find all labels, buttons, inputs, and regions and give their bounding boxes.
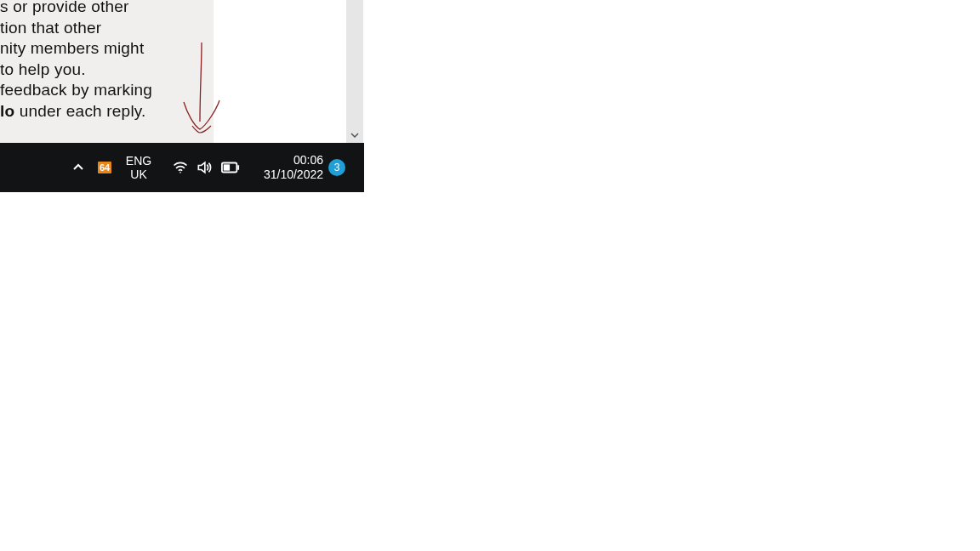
svg-rect-3 xyxy=(224,164,230,170)
clock-date: 31/10/2022 xyxy=(264,168,323,182)
text-bold-no: lo xyxy=(0,102,14,120)
clock-button[interactable]: 00:06 31/10/2022 xyxy=(252,143,325,192)
windows-taskbar: 64 ENG UK xyxy=(0,143,364,192)
language-bottom: UK xyxy=(130,168,146,181)
network-button[interactable] xyxy=(170,143,191,192)
scrollbar-down-arrow[interactable] xyxy=(346,128,363,143)
volume-button[interactable] xyxy=(194,143,214,192)
help-panel-text: s or provide other tion that other nity … xyxy=(0,0,213,122)
screenshot-region: s or provide other tion that other nity … xyxy=(0,0,364,192)
tray-app-badge[interactable]: 64 xyxy=(95,143,114,192)
text-line: nity members might xyxy=(0,39,144,57)
battery-button[interactable] xyxy=(219,143,242,192)
chevron-up-icon xyxy=(72,162,84,173)
notification-count: 3 xyxy=(334,162,340,173)
speaker-icon xyxy=(196,159,213,176)
language-indicator[interactable]: ENG UK xyxy=(121,143,157,192)
text-line: to help you. xyxy=(0,60,86,78)
tray-badge-value: 64 xyxy=(98,162,111,173)
text-line: s or provide other xyxy=(0,0,128,15)
clock-time: 00:06 xyxy=(293,153,323,168)
notification-badge-icon: 3 xyxy=(328,159,345,176)
svg-point-0 xyxy=(179,172,181,173)
scrollbar-track[interactable] xyxy=(346,0,363,143)
notifications-button[interactable]: 3 xyxy=(327,143,347,192)
text-line: feedback by marking xyxy=(0,81,152,99)
wifi-icon xyxy=(172,159,189,176)
battery-icon xyxy=(221,162,240,173)
white-gap xyxy=(214,0,346,143)
text-line: tion that other xyxy=(0,19,101,37)
text-line: under each reply. xyxy=(14,102,145,120)
svg-rect-2 xyxy=(237,165,239,170)
help-panel: s or provide other tion that other nity … xyxy=(0,0,214,143)
show-hidden-icons-button[interactable] xyxy=(68,143,88,192)
language-top: ENG xyxy=(126,154,151,168)
